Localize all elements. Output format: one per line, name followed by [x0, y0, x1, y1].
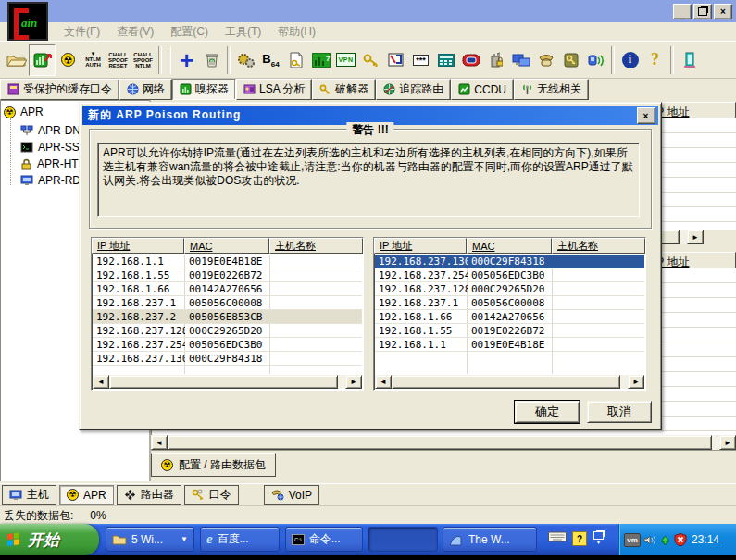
volume-icon[interactable] [643, 534, 656, 546]
remove-button[interactable] [199, 45, 224, 75]
table-row[interactable]: 192.168.237.1005056C00008 [93, 296, 362, 310]
menu-help[interactable]: 帮助(H) [269, 22, 324, 42]
taskbar-button-wireshark[interactable]: The W... [443, 527, 537, 552]
configure-button[interactable] [233, 45, 258, 75]
tab-cracker[interactable]: 破解器 [312, 79, 376, 100]
tab-voip[interactable]: VoIP [264, 485, 319, 505]
column-hostname[interactable]: 主机名称 [269, 238, 363, 254]
taskbar-button-cmd[interactable]: C:\ 命令... [285, 527, 363, 552]
network-monitor-button[interactable] [508, 45, 533, 75]
modem-button[interactable] [458, 45, 483, 75]
open-file-button[interactable] [4, 45, 29, 75]
menu-file[interactable]: 文件(F) [56, 22, 108, 42]
scroll-right-arrow[interactable]: ► [345, 375, 362, 389]
table-row[interactable]: 192.168.1.10019E0E4B18E [375, 338, 644, 352]
mtu-button[interactable]: 7 [308, 45, 333, 75]
tab-hosts[interactable]: 主机 [2, 485, 56, 505]
menu-configure[interactable]: 配置(C) [162, 22, 217, 42]
table-row[interactable]: 192.168.237.1005056C00008 [375, 296, 644, 310]
scroll-left-arrow[interactable]: ◄ [151, 435, 168, 450]
minimize-button[interactable]: _ [673, 4, 692, 19]
taskbar-button-baidu[interactable]: e 百度... [200, 527, 280, 552]
cancel-button[interactable]: 取消 [587, 401, 652, 423]
table-row-highlighted[interactable]: 192.168.237.2005056E853CB [93, 310, 362, 324]
taskbar-clock[interactable]: 23:14 [692, 533, 719, 546]
cert-button[interactable] [283, 45, 308, 75]
table-row[interactable]: 192.168.237.128000C29265D20 [375, 282, 644, 296]
add-to-list-button[interactable]: + [174, 45, 199, 75]
scroll-left-arrow[interactable]: ◄ [375, 375, 392, 389]
start-apr-button[interactable]: ☢ [56, 45, 81, 75]
tab-config-routed-packets[interactable]: ☢ 配置 / 路由数据包 [151, 453, 276, 477]
scroll-right-arrow[interactable]: ► [687, 230, 704, 244]
calculator-button[interactable] [433, 45, 458, 75]
table-row[interactable]: 192.168.1.550019E0226B72 [93, 268, 362, 282]
table-row[interactable]: 192.168.1.10019E0E4B18E [93, 255, 362, 268]
table-row[interactable]: 192.168.237.128000C29265D20 [93, 324, 362, 338]
tab-wireless[interactable]: 无线相关 [514, 79, 589, 100]
close-button[interactable]: × [714, 4, 732, 19]
scroll-left-arrow[interactable]: ◄ [93, 375, 109, 389]
scroll-right-arrow[interactable]: ► [628, 375, 644, 389]
menu-tools[interactable]: 工具(T) [217, 22, 269, 42]
table-row[interactable]: 192.168.237.254005056EDC3B0 [93, 338, 362, 352]
language-help-icon[interactable]: ? [572, 531, 587, 546]
list-hscrollbar[interactable]: ◄ ► [93, 375, 362, 389]
column-mac[interactable]: MAC [467, 238, 552, 254]
scroll-right-arrow[interactable]: ► [719, 435, 736, 450]
security-shield-icon[interactable] [674, 533, 687, 546]
tab-passwords[interactable]: 口令 [184, 485, 239, 505]
help-button[interactable]: ? [642, 45, 667, 75]
vmware-tray-icon[interactable]: vm [624, 533, 641, 547]
tab-apr[interactable]: ☢ APR [59, 485, 114, 505]
wireless-scanner-button[interactable] [583, 45, 608, 75]
base64-button[interactable]: B64 [258, 45, 283, 75]
chall-spoof-ntlm-button[interactable]: CHALL SPOOF NTLM [131, 45, 156, 75]
update-tray-icon[interactable] [659, 534, 671, 546]
lower-list-hscrollbar[interactable]: ◄ ► [151, 435, 736, 450]
scrollbar-thumb[interactable] [168, 435, 712, 450]
keyboard-icon[interactable] [548, 530, 567, 546]
tab-sniffer[interactable]: 嗅探器 [172, 79, 236, 100]
key-badge-button[interactable] [558, 45, 583, 75]
chall-spoof-reset-button[interactable]: CHALL SPOOF RESET [106, 45, 131, 75]
table-row[interactable]: 192.168.1.6600142A270656 [93, 282, 362, 296]
taskbar-group-windows[interactable]: 5 Wi... ▼ [106, 527, 194, 552]
list-hscrollbar[interactable]: ◄ ► [375, 375, 644, 389]
start-sniffer-button[interactable] [29, 44, 56, 76]
tab-ccdu[interactable]: CCDU [451, 79, 514, 100]
ntlm-auth-button[interactable]: ▼ NTLM AUTH [81, 45, 106, 75]
tab-protected-storage[interactable]: 受保护的缓存口令 [0, 79, 119, 100]
ok-button[interactable]: 确定 [515, 401, 580, 423]
voip-toolbar-button[interactable] [533, 45, 558, 75]
dialog-close-button[interactable]: × [637, 107, 655, 124]
about-button[interactable]: i [617, 45, 642, 75]
scrollbar-thumb[interactable] [392, 375, 620, 389]
password-button[interactable]: *** [408, 45, 433, 75]
menu-view[interactable]: 查看(V) [108, 22, 162, 42]
vpn-button[interactable]: VPN [333, 45, 358, 75]
taskbar-button-active[interactable] [368, 527, 438, 552]
column-mac[interactable]: MAC [184, 238, 269, 254]
column-ip-address[interactable]: IP 地址 [92, 238, 184, 254]
tree-item-apr[interactable]: ☢ APR [4, 106, 44, 118]
tab-traceroute[interactable]: 追踪路由 [376, 79, 451, 100]
table-row[interactable]: 192.168.1.550019E0226B72 [375, 324, 644, 338]
table-row[interactable]: 192.168.237.254005056EDC3B0 [375, 268, 644, 282]
tab-lsa-secrets[interactable]: LSA 分析 [236, 79, 312, 100]
source-hosts-list[interactable]: IP 地址 MAC 主机名称 192.168.1.10019E0E4B18E 1… [91, 237, 364, 391]
exit-button[interactable] [677, 45, 702, 75]
scrollbar-thumb[interactable] [109, 375, 338, 389]
restore-button[interactable] [693, 4, 712, 19]
target-hosts-list[interactable]: IP 地址 MAC 主机名称 192.168.237.130000C29F843… [373, 237, 646, 391]
table-row[interactable]: 192.168.237.130000C29F84318 [93, 352, 362, 366]
wep-key-button[interactable] [358, 45, 383, 75]
table-row-selected[interactable]: 192.168.237.130000C29F84318 [375, 255, 644, 268]
column-ip-address[interactable]: IP 地址 [374, 238, 467, 254]
column-hostname[interactable]: 主机名称 [552, 238, 645, 254]
start-button[interactable]: 开始 [0, 524, 99, 555]
tab-routing[interactable]: 路由器 [117, 485, 181, 505]
hash-calculator-button[interactable] [383, 45, 408, 75]
spray-lock-button[interactable] [483, 45, 508, 75]
language-bar-restore-icon[interactable]: ▼ [593, 531, 604, 545]
